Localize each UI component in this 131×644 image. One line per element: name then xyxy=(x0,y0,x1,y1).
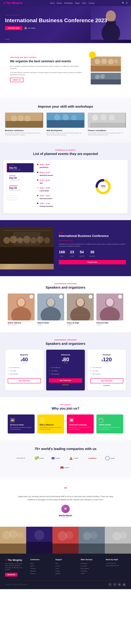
footer-link-other-2[interactable]: Live Video xyxy=(81,565,101,567)
svg-rect-65 xyxy=(52,457,55,460)
footer-link-other-5[interactable]: Tickets xyxy=(81,572,101,575)
hero-dot-1[interactable] xyxy=(5,39,6,40)
hero-dot-2[interactable] xyxy=(7,39,8,40)
footer-bottom: Copyright © 2023 All Rights Reserved f t… xyxy=(5,580,126,586)
pricing-btn-1[interactable]: Buy Ticket Now xyxy=(8,378,41,383)
workshops-section: Improve your skill with workshops Busine… xyxy=(0,98,131,142)
pricing-period-1: /month xyxy=(8,362,41,364)
pricing-features-2: ✓Full conference ✓Live video ✓Meet speak… xyxy=(49,366,82,376)
schedule-list: 08:30 — 09:30 Introduction 09:30 — 11:00… xyxy=(37,163,79,208)
sched-1: 09:30 — 11:00 Workshop Session xyxy=(37,171,79,177)
play-video-button[interactable]: ▶ See trailers xyxy=(24,26,36,30)
hero-text-block: UPCOMING EVENT International Business Co… xyxy=(5,14,126,30)
nav-news[interactable]: News xyxy=(82,2,86,4)
speaker-name-2: Saleem Noah xyxy=(37,322,64,324)
register-button[interactable]: REGISTER NOW xyxy=(5,26,22,30)
pricing-period-2: /month xyxy=(49,362,82,364)
about-us-button[interactable]: ABOUT US xyxy=(10,78,23,82)
svg-point-22 xyxy=(71,115,77,120)
social-instagram[interactable]: ig xyxy=(122,583,126,586)
social-twitter[interactable]: t xyxy=(113,583,117,586)
footer-link-conf-3[interactable]: Schedule xyxy=(30,567,50,570)
footer-link-sup-5[interactable]: Sitemap xyxy=(55,572,76,575)
footer-link-conf-5[interactable]: Partners xyxy=(30,572,50,575)
speaker-share-1[interactable]: ⤴ xyxy=(29,295,33,298)
svg-rect-35 xyxy=(0,247,54,264)
footer-link-conf-4[interactable]: Speakers xyxy=(30,570,50,572)
day-item-2[interactable]: TUESDAY Day 02 Tue Aug Day 2023 xyxy=(7,173,34,182)
hero-dot-3[interactable] xyxy=(8,39,9,40)
hero-dots xyxy=(5,39,9,40)
nav-contact[interactable]: Contact xyxy=(89,2,94,4)
svg-point-26 xyxy=(101,114,107,120)
pricing-price-3: $120 xyxy=(90,357,123,362)
svg-point-85 xyxy=(65,531,73,539)
speaker-share-3[interactable]: ⤴ xyxy=(89,295,92,298)
svg-point-11 xyxy=(100,74,105,79)
footer-link-sup-1[interactable]: FAQ xyxy=(55,562,76,565)
footer-register-button[interactable]: REGISTER xyxy=(5,573,17,576)
footer-link-sup-2[interactable]: Contact xyxy=(55,565,76,567)
social-facebook[interactable]: f xyxy=(108,583,112,586)
svg-point-21 xyxy=(62,114,69,120)
nav-workshops[interactable]: Workshops xyxy=(64,2,73,4)
nav-events[interactable]: Events xyxy=(57,2,62,4)
footer-col-other: Other Services Workshops Live Video Meet… xyxy=(81,559,101,576)
footer-link-other-3[interactable]: Meet Speaker xyxy=(81,567,101,570)
svg-rect-8 xyxy=(91,66,121,72)
footer-link-other-4[interactable]: Consulting xyxy=(81,570,101,572)
footer-link-sup-4[interactable]: Privacy xyxy=(55,570,76,572)
countdown-register-button[interactable]: Register Now xyxy=(59,260,126,264)
why-card-desc-4: Elit ut licitatem commodo nisi labore oc… xyxy=(99,426,121,430)
testimonial-name: Martha Martin xyxy=(13,514,118,517)
pricing-btn-3[interactable]: Buy Ticket Now xyxy=(90,378,123,383)
feature-1-1: ✓Full conference xyxy=(8,366,41,369)
why-card-3: 🔄 Conference exchange Elit ut licitatem … xyxy=(67,414,94,434)
svg-rect-36 xyxy=(3,230,50,231)
testimonial-avatar: M xyxy=(61,505,70,513)
svg-rect-24 xyxy=(90,123,126,128)
footer-link-conf-2[interactable]: Events xyxy=(30,565,50,567)
pricing-currency-1: $ xyxy=(21,359,22,362)
footer-link-conf-1[interactable]: About xyxy=(30,562,50,565)
day-date-2: Tue Aug Day 2023 xyxy=(9,179,32,181)
speaker-share-2[interactable]: ⤴ xyxy=(59,295,63,298)
menu-icon[interactable]: ☰ xyxy=(126,2,128,4)
pricing-tier-1: Beginner xyxy=(8,354,41,356)
events-tag: Schedule of events xyxy=(3,149,128,151)
svg-point-63 xyxy=(37,456,39,458)
nav-logo[interactable]: ✦ The Wingtrip xyxy=(3,2,23,5)
day-item-1[interactable]: MONDAY Day 01 Mon Aug Day 2023 xyxy=(7,163,34,172)
speaker-image-1: ⤴ xyxy=(8,294,35,320)
logo-text: The Wingtrip xyxy=(6,2,23,4)
svg-point-17 xyxy=(24,116,30,122)
day-item-3[interactable]: WEDNESDAY Day 03 Wed Aug Day 2023 xyxy=(7,184,34,192)
pricing-btn-2[interactable]: Buy Ticket Now xyxy=(49,378,82,383)
organize-body2: Si occatat ullamco commodo nisi labore o… xyxy=(10,72,86,76)
workshop-image-3 xyxy=(88,112,126,128)
partners-section: 75+ world's leading companies with us FI… xyxy=(0,440,131,478)
svg-point-5 xyxy=(102,58,107,64)
partner-logo-2: Lorem xyxy=(31,455,46,462)
play-icon: ▶ xyxy=(24,26,27,30)
social-linkedin[interactable]: in xyxy=(118,583,121,586)
speaker-card-1: ⤴ Seline Valencia CEO / Founder xyxy=(8,294,35,326)
sched-text-0: 08:30 — 09:30 Introduction xyxy=(40,163,50,169)
search-icon[interactable]: 🔍 xyxy=(122,2,125,4)
speaker-share-4[interactable]: ⤴ xyxy=(118,295,122,298)
organize-image-1 xyxy=(91,56,121,72)
workshop-name-3: Finance consultancy xyxy=(88,130,126,132)
pricing-section: Conference speakers Speakers and organiz… xyxy=(0,332,131,397)
footer-link-sup-3[interactable]: Terms xyxy=(55,567,76,570)
footer-link-other-1[interactable]: Workshops xyxy=(81,562,101,565)
why-card-1: 🎫 Access to events Elit ut licitatem com… xyxy=(8,414,35,434)
feature-3-3: ✓Meet speaker xyxy=(90,372,123,376)
day-sub-3: WEDNESDAY xyxy=(9,185,32,186)
svg-point-81 xyxy=(34,530,44,540)
timer-sep-1: : xyxy=(67,250,68,257)
nav-about[interactable]: About xyxy=(50,2,54,4)
workshop-name-1: Business conference xyxy=(5,130,43,132)
nav-pages[interactable]: Pages xyxy=(75,2,80,4)
svg-text:Lorem: Lorem xyxy=(74,458,78,459)
sched-dot-5 xyxy=(37,202,38,204)
